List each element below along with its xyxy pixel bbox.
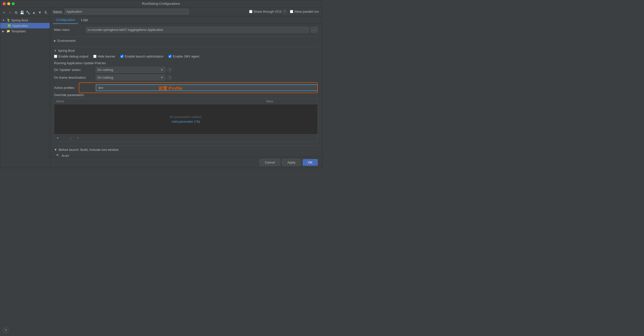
parallel-run-checkbox[interactable]: [290, 10, 293, 13]
settings-config-button[interactable]: 🔧: [26, 10, 30, 15]
spring-boot-config-arrow: ▼: [54, 49, 56, 52]
share-vcs-label: Share through VCS: [253, 10, 282, 14]
spring-boot-config-title: Spring Boot: [58, 49, 75, 53]
environment-title: Environment: [58, 39, 76, 43]
close-button[interactable]: [3, 2, 6, 5]
before-launch-arrow: ▼: [54, 148, 57, 152]
override-params-label: Override parameters:: [54, 93, 318, 97]
move-down-button[interactable]: ▼: [37, 10, 42, 15]
parallel-run-label: Allow parallel run: [294, 10, 319, 14]
hide-banner-checkbox[interactable]: [93, 55, 96, 58]
params-value-col: Value: [266, 100, 316, 103]
enable-jmx-checkbox[interactable]: [168, 55, 172, 58]
build-icon: 🔨: [56, 154, 60, 157]
ok-button[interactable]: OK: [302, 159, 318, 166]
main-class-label: Main class:: [54, 28, 84, 32]
sidebar-item-templates[interactable]: ▶ 📁 Templates: [0, 28, 50, 34]
save-config-button[interactable]: 💾: [20, 10, 24, 15]
minimize-button[interactable]: [7, 2, 10, 5]
tab-logs[interactable]: Logs: [78, 16, 91, 24]
params-table: Name Value No parameters added. Add para…: [54, 98, 318, 142]
no-params-text: No parameters added.: [170, 115, 202, 119]
sidebar-item-application[interactable]: 🟢 Application: [0, 23, 50, 28]
on-update-row: On 'Update' action: Do nothing Update cl…: [54, 67, 318, 73]
tabs-bar: Configuration Logs: [50, 16, 322, 24]
params-table-header: Name Value: [54, 99, 318, 104]
before-launch-label: Before launch: Build, Activate tool wind…: [59, 148, 118, 152]
table-toolbar: + − ▲ ▼: [54, 134, 318, 141]
enable-debug-label: Enable debug output: [58, 55, 88, 58]
on-frame-row: On frame deactivation: Do nothing Update…: [54, 75, 318, 80]
templates-icon: 📁: [6, 29, 10, 33]
params-table-body: No parameters added. Add parameter (^N): [54, 104, 318, 134]
share-vcs-help-button[interactable]: ?: [282, 10, 287, 14]
main-content: + − ⧉ 💾 🔧 ▲ ▼ ⇅ ▼ 🍃 Spring Boot 🟢 Applic…: [0, 7, 322, 168]
application-label: Application: [12, 24, 28, 28]
environment-section: ▶ Environment: [54, 37, 318, 43]
main-class-input[interactable]: [86, 27, 308, 33]
move-param-down-button[interactable]: ▼: [74, 135, 81, 140]
build-label: Build: [62, 154, 69, 157]
enable-jmx-label: Enable JMX agent: [173, 55, 199, 58]
name-bar: Name: Share through VCS ? Allow parallel…: [50, 7, 322, 16]
run-debug-window: Run/Debug Configurations + − ⧉ 💾 🔧 ▲ ▼ ⇅…: [0, 0, 322, 168]
on-update-label: On 'Update' action:: [54, 68, 94, 72]
enable-launch-label: Enable launch optimization: [125, 55, 163, 58]
remove-param-button[interactable]: −: [61, 135, 66, 140]
active-profiles-row: Active profiles:: [54, 84, 318, 91]
on-frame-label: On frame deactivation:: [54, 76, 94, 79]
active-profiles-container: Active profiles: 设置 Profile: [54, 84, 318, 91]
top-bar-right: Share through VCS ? Allow parallel run: [249, 10, 319, 14]
remove-config-button[interactable]: −: [8, 10, 13, 15]
templates-arrow: ▶: [2, 30, 5, 33]
name-input[interactable]: [64, 9, 189, 15]
before-launch-header[interactable]: ▼ Before launch: Build, Activate tool wi…: [54, 148, 318, 152]
window-title: Run/Debug Configurations: [142, 2, 180, 6]
enable-launch-item: Enable launch optimization: [120, 55, 163, 58]
window-controls: [3, 2, 15, 5]
build-item: 🔨 Build: [54, 153, 318, 157]
sidebar-toolbar: + − ⧉ 💾 🔧 ▲ ▼ ⇅: [0, 9, 50, 17]
bottom-bar: Cancel Apply OK: [50, 157, 322, 168]
add-param-link[interactable]: Add parameter (^N): [172, 120, 200, 123]
browse-main-class-button[interactable]: ...: [310, 27, 318, 33]
cancel-button[interactable]: Cancel: [260, 159, 280, 166]
before-launch-section: ▼ Before launch: Build, Activate tool wi…: [54, 146, 318, 157]
move-param-up-button[interactable]: ▲: [67, 135, 74, 140]
hide-banner-label: Hide banner: [98, 55, 115, 58]
collapse-arrow: ▼: [2, 19, 5, 22]
templates-label: Templates: [11, 29, 26, 33]
sidebar: + − ⧉ 💾 🔧 ▲ ▼ ⇅ ▼ 🍃 Spring Boot 🟢 Applic…: [0, 7, 50, 168]
add-param-button[interactable]: +: [55, 135, 60, 140]
enable-debug-checkbox[interactable]: [54, 55, 57, 58]
add-config-button[interactable]: +: [2, 10, 7, 15]
title-bar: Run/Debug Configurations: [0, 0, 322, 7]
parallel-run-group: Allow parallel run: [290, 10, 319, 14]
on-update-select[interactable]: Do nothing Update classes and resources …: [96, 67, 165, 73]
enable-launch-checkbox[interactable]: [120, 55, 124, 58]
spring-boot-checkboxes: Enable debug output Hide banner Enable l…: [54, 55, 318, 58]
enable-jmx-item: Enable JMX agent: [168, 55, 199, 58]
maximize-button[interactable]: [12, 2, 15, 5]
apply-button[interactable]: Apply: [282, 159, 301, 166]
policies-section: Running Application Update Policies On '…: [54, 61, 318, 80]
share-vcs-group: Share through VCS ?: [249, 10, 287, 14]
policies-label: Running Application Update Policies: [54, 61, 318, 65]
tab-configuration[interactable]: Configuration: [53, 16, 78, 24]
name-label: Name:: [53, 10, 62, 14]
enable-debug-item: Enable debug output: [54, 55, 88, 58]
spring-boot-config-header[interactable]: ▼ Spring Boot: [54, 49, 318, 53]
environment-header[interactable]: ▶ Environment: [54, 39, 318, 43]
sidebar-item-spring-boot[interactable]: ▼ 🍃 Spring Boot: [0, 18, 50, 23]
content-area: Main class: ... ▶ Environment ▼: [50, 24, 322, 157]
share-vcs-checkbox[interactable]: [249, 10, 252, 13]
sort-button[interactable]: ⇅: [43, 10, 48, 15]
move-up-button[interactable]: ▲: [31, 10, 36, 15]
params-name-col: Name: [56, 100, 266, 103]
application-icon: 🟢: [7, 24, 11, 28]
on-update-help-button[interactable]: ?: [167, 68, 172, 72]
on-frame-help-button[interactable]: ?: [167, 75, 172, 80]
on-frame-select[interactable]: Do nothing Update classes and resources …: [96, 75, 165, 80]
copy-config-button[interactable]: ⧉: [14, 10, 19, 15]
active-profiles-input[interactable]: [96, 84, 318, 91]
